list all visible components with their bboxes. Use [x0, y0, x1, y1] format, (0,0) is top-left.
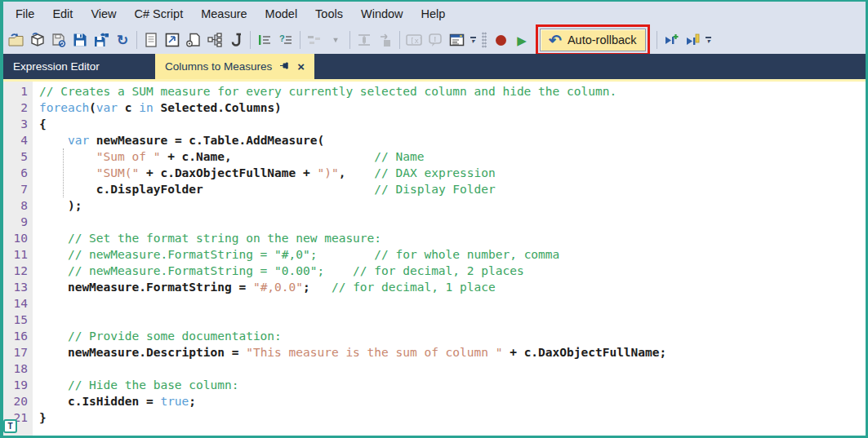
- line-number: 13: [3, 279, 28, 295]
- code-line[interactable]: [39, 295, 866, 312]
- code-line[interactable]: c.IsHidden = true;: [39, 393, 866, 409]
- menu-bar: FileEditViewC# ScriptMeasureModelToolsWi…: [3, 2, 866, 26]
- line-number: 19: [3, 377, 28, 393]
- code-line[interactable]: var newMeasure = c.Table.AddMeasure(: [39, 132, 866, 148]
- code-line[interactable]: {: [39, 116, 866, 132]
- line-number: 15: [3, 312, 28, 328]
- menu-item-edit[interactable]: Edit: [43, 2, 82, 26]
- record-macro-icon[interactable]: [490, 29, 511, 51]
- toolbar-overflow-icon[interactable]: ▾: [467, 37, 479, 44]
- code-pane[interactable]: // Creates a SUM measure for every curre…: [33, 82, 866, 436]
- toolbar-separator: [349, 31, 350, 49]
- open-folder-icon[interactable]: [6, 29, 27, 51]
- code-line[interactable]: [39, 312, 866, 328]
- line-number: 1: [3, 83, 28, 100]
- goto-object-icon[interactable]: [375, 29, 396, 51]
- open-model-icon[interactable]: [27, 29, 48, 51]
- line-number: 8: [3, 197, 28, 214]
- code-line[interactable]: // newMeasure.FormatString = "#,0"; // f…: [39, 246, 866, 263]
- tab-label: Columns to Measures: [165, 60, 272, 73]
- new-script-icon[interactable]: [140, 29, 162, 51]
- dropdown-glyph: ▾: [333, 36, 337, 44]
- line-number: 9: [3, 214, 28, 230]
- menu-item-view[interactable]: View: [82, 2, 125, 26]
- perspective-dropdown-icon[interactable]: ▾: [325, 29, 346, 51]
- code-editor[interactable]: 123456789101112131415161718192021 // Cre…: [3, 82, 866, 436]
- line-number: 11: [3, 246, 28, 263]
- format-dax-icon[interactable]: [254, 29, 275, 51]
- dax-box-icon[interactable]: [x]: [403, 29, 425, 51]
- menu-item-c-script[interactable]: C# Script: [126, 2, 193, 26]
- line-number: 3: [3, 116, 28, 132]
- toolbar-grip-handle[interactable]: [482, 32, 487, 48]
- code-line[interactable]: newMeasure.Description = "This measure i…: [39, 344, 866, 361]
- model-tree-icon[interactable]: [204, 29, 225, 51]
- refresh-icon[interactable]: ↻: [112, 29, 133, 51]
- toolbar-separator: [657, 31, 657, 49]
- script-indicator-icon[interactable]: T: [3, 419, 17, 433]
- code-line[interactable]: "Sum of " + c.Name, // Name: [39, 148, 866, 165]
- record-dot: [496, 35, 506, 46]
- line-number: 2: [3, 100, 28, 116]
- menu-item-file[interactable]: File: [7, 2, 43, 26]
- pin-icon[interactable]: [279, 60, 290, 73]
- code-line[interactable]: newMeasure.FormatString = "#,0.0"; // fo…: [39, 279, 866, 295]
- menu-item-tools[interactable]: Tools: [306, 2, 352, 26]
- warning-bubble-icon[interactable]: !: [425, 29, 446, 51]
- line-number: 17: [3, 344, 28, 361]
- edit-window-icon[interactable]: [162, 29, 183, 51]
- svg-text:[x]: [x]: [410, 37, 423, 45]
- refresh-glyph: ↻: [117, 33, 128, 47]
- apply-step-add-icon[interactable]: [661, 29, 682, 51]
- toolbar-separator: [300, 31, 300, 49]
- line-number: 7: [3, 181, 28, 197]
- code-line[interactable]: "SUM(" + c.DaxObjectFullName + ")", // D…: [39, 165, 866, 181]
- auto-rollback-button[interactable]: ↶ Auto-rollback: [540, 29, 646, 51]
- toolbar-separator: [136, 31, 137, 49]
- apply-step-highlight-icon[interactable]: [682, 29, 703, 51]
- line-number: 18: [3, 361, 28, 377]
- code-line[interactable]: // newMeasure.FormatString = "0.00"; // …: [39, 263, 866, 279]
- line-number: 4: [3, 132, 28, 148]
- line-number: 16: [3, 328, 28, 344]
- menu-item-measure[interactable]: Measure: [192, 2, 256, 26]
- comment-lines-icon[interactable]: ?: [275, 29, 296, 51]
- auto-rollback-highlight-box: ↶ Auto-rollback: [536, 24, 650, 55]
- perspective-blocks-icon[interactable]: [304, 29, 325, 51]
- code-line[interactable]: [39, 214, 866, 230]
- tab-expression-editor[interactable]: Expression Editor: [3, 54, 155, 79]
- code-line[interactable]: );: [39, 197, 866, 214]
- expand-column-icon[interactable]: [354, 29, 375, 51]
- undo-icon: ↶: [549, 33, 562, 48]
- line-number: 14: [3, 295, 28, 312]
- csharp-script-icon[interactable]: [225, 29, 247, 51]
- svg-text:?: ?: [279, 33, 285, 43]
- menu-item-window[interactable]: Window: [352, 2, 412, 26]
- toolbar: ↻ ?: [3, 26, 866, 54]
- form-view-icon[interactable]: [446, 29, 467, 51]
- code-line[interactable]: [39, 361, 866, 377]
- code-line[interactable]: }: [39, 409, 866, 426]
- menu-item-model[interactable]: Model: [256, 2, 307, 26]
- code-line[interactable]: // Set the format string on the new meas…: [39, 230, 866, 246]
- code-line[interactable]: // Hide the base column:: [39, 377, 866, 393]
- tab-columns-to-measures[interactable]: Columns to Measures ×: [155, 54, 314, 79]
- play-glyph: ▶: [517, 34, 527, 46]
- code-line[interactable]: // Provide some documentation:: [39, 328, 866, 344]
- close-icon[interactable]: ×: [297, 60, 305, 73]
- script-file-icon[interactable]: [183, 29, 204, 51]
- code-line[interactable]: c.DisplayFolder // Display Folder: [39, 181, 866, 197]
- toolbar-overflow-icon[interactable]: ▾: [703, 37, 714, 44]
- menu-item-help[interactable]: Help: [412, 2, 455, 26]
- line-number: 5: [3, 148, 28, 165]
- line-number: 10: [3, 230, 28, 246]
- save-as-icon[interactable]: [91, 29, 112, 51]
- deploy-save-icon[interactable]: [48, 29, 69, 51]
- run-script-icon[interactable]: ▶: [511, 29, 532, 51]
- code-line[interactable]: foreach(var c in Selected.Columns): [39, 100, 866, 116]
- code-line[interactable]: // Creates a SUM measure for every curre…: [39, 83, 866, 100]
- line-number: 6: [3, 165, 28, 181]
- indent-guide: [63, 148, 64, 197]
- save-icon[interactable]: [69, 29, 91, 51]
- auto-rollback-label: Auto-rollback: [568, 33, 637, 46]
